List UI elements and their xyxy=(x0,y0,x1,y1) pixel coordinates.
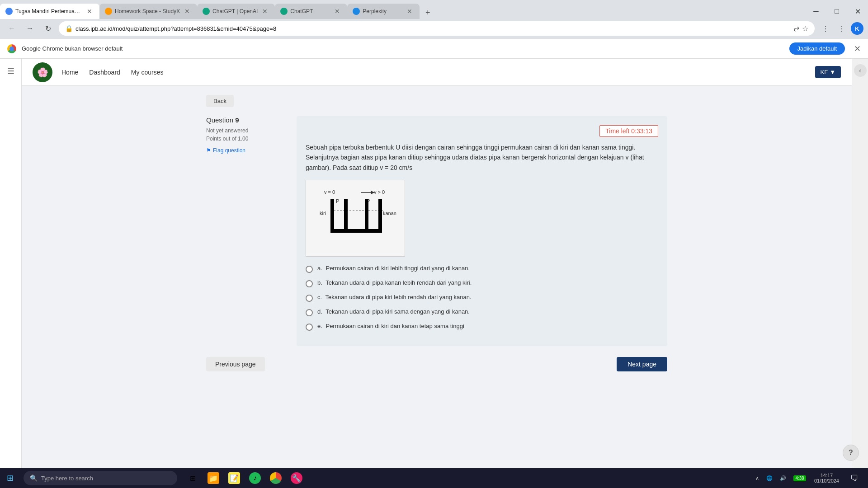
taskbar-chevron-up[interactable]: ∧ xyxy=(753,474,762,482)
help-button[interactable]: ? xyxy=(843,445,859,461)
kiri-label: kiri xyxy=(320,211,326,216)
tab-close-1[interactable]: ✕ xyxy=(85,7,94,16)
tab-2[interactable]: Homework Space - StudyX ✕ xyxy=(99,4,197,19)
task-view-icon: ⊞ xyxy=(187,472,198,484)
option-d: d. Tekanan udara di pipa kiri sama denga… xyxy=(306,308,658,316)
option-a-label: a. Permukaan cairan di kiri lebih tinggi… xyxy=(317,265,470,272)
option-e: e. Permukaan cairan di kiri dan kanan te… xyxy=(306,323,658,331)
flag-icon: ⚑ xyxy=(206,147,211,154)
notepad-icon: 📝 xyxy=(228,472,240,484)
answer-options: a. Permukaan cairan di kiri lebih tinggi… xyxy=(306,265,658,331)
lms-header-right: KF ▼ xyxy=(815,66,841,78)
lms-profile-button[interactable]: KF ▼ xyxy=(815,66,841,78)
file-explorer-app[interactable]: 📁 xyxy=(203,468,223,488)
option-e-label: e. Permukaan cairan di kiri dan kanan te… xyxy=(317,323,464,329)
flag-question-link[interactable]: ⚑ Flag question xyxy=(206,147,288,154)
taskbar-volume-icon[interactable]: 🔊 xyxy=(777,474,789,482)
radio-d[interactable] xyxy=(306,309,313,316)
maximize-button[interactable]: □ xyxy=(826,4,847,19)
tab-4[interactable]: ChatGPT ✕ xyxy=(275,4,347,19)
tab-5[interactable]: Perplexity ✕ xyxy=(347,4,420,19)
tab-favicon-4 xyxy=(280,8,288,15)
quiz-layout: Question 9 Not yet answered Points out o… xyxy=(206,116,667,346)
spotify-app[interactable]: ♪ xyxy=(245,468,265,488)
address-bar-row: ← → ↻ 🔒 class.ipb.ac.id/mod/quiz/attempt… xyxy=(0,19,868,39)
kanan-label: kanan xyxy=(383,211,396,216)
tab-1[interactable]: Tugas Mandiri Pertemuan 6 - G... ✕ xyxy=(0,4,99,19)
chrome-app[interactable] xyxy=(266,468,286,488)
option-c-label: c. Tekanan udara di pipa kiri lebih rend… xyxy=(317,294,472,300)
left-pipe-outer xyxy=(330,199,334,231)
reload-button[interactable]: ↻ xyxy=(41,21,55,36)
extensions-button[interactable]: ⋮ xyxy=(818,21,833,36)
tab-label-1: Tugas Mandiri Pertemuan 6 - G... xyxy=(15,8,82,14)
question-text: Sebuah pipa terbuka berbentuk U diisi de… xyxy=(306,142,658,173)
previous-page-button[interactable]: Previous page xyxy=(206,357,265,371)
option-b: b. Tekanan udara di pipa kanan lebih ren… xyxy=(306,279,658,287)
radio-e[interactable] xyxy=(306,324,313,331)
main-content: 🌸 Home Dashboard My courses KF ▼ Back xyxy=(22,59,852,488)
chrome-icon xyxy=(270,472,282,484)
jadikan-default-button[interactable]: Jadikan default xyxy=(789,42,845,55)
tab-close-3[interactable]: ✕ xyxy=(260,7,269,16)
radio-a[interactable] xyxy=(306,266,313,273)
lms-logo: 🌸 xyxy=(33,62,52,82)
tab-3[interactable]: ChatGPT | OpenAI ✕ xyxy=(197,4,275,19)
nav-my-courses[interactable]: My courses xyxy=(131,69,164,76)
tab-label-5: Perplexity xyxy=(363,8,402,14)
p-left-label: P xyxy=(336,198,339,204)
notepad-app[interactable]: 📝 xyxy=(224,468,244,488)
forward-nav-button[interactable]: → xyxy=(23,21,37,36)
sidebar-menu-icon[interactable]: ☰ xyxy=(4,64,18,79)
back-nav-button[interactable]: ← xyxy=(5,21,19,36)
bottom-center xyxy=(344,229,365,233)
window-controls: ─ □ ✕ xyxy=(806,4,868,19)
taskbar-right: ∧ 🌐 🔊 4:39 14:17 01/10/2024 🗨 xyxy=(753,468,868,488)
notification-text: Google Chrome bukan browser default xyxy=(22,45,784,52)
battery-indicator[interactable]: 4:39 xyxy=(791,474,808,482)
next-page-button[interactable]: Next page xyxy=(617,357,667,371)
nav-home[interactable]: Home xyxy=(61,69,78,76)
taskbar: ⊞ 🔍 Type here to search ⊞ 📁 📝 ♪ 🔧 ∧ 🌐 🔊 … xyxy=(0,468,868,488)
tab-close-5[interactable]: ✕ xyxy=(405,7,414,16)
timer-box: Time left 0:33:13 xyxy=(599,125,658,137)
tab-close-2[interactable]: ✕ xyxy=(183,7,192,16)
lock-icon: 🔒 xyxy=(65,25,73,32)
nav-dashboard[interactable]: Dashboard xyxy=(89,69,120,76)
question-points: Points out of 1.00 xyxy=(206,136,288,142)
address-bar-icons: ⇄ ☆ xyxy=(793,24,808,33)
minimize-button[interactable]: ─ xyxy=(806,4,826,19)
taskbar-search-bar[interactable]: 🔍 Type here to search xyxy=(24,471,177,485)
quiz-wrapper: Back Question 9 Not yet answered Points … xyxy=(188,86,685,380)
notification-center-button[interactable]: 🗨 xyxy=(844,468,864,488)
v-right-label: v > 0 xyxy=(374,189,385,195)
dev-tools-icon: 🔧 xyxy=(291,472,302,484)
task-view-button[interactable]: ⊞ xyxy=(183,468,203,488)
right-pipe-inner xyxy=(365,199,368,231)
settings-button[interactable]: ⋮ xyxy=(835,21,849,36)
translate-icon[interactable]: ⇄ xyxy=(793,24,799,33)
taskbar-apps: ⊞ 📁 📝 ♪ 🔧 xyxy=(183,468,307,488)
dev-tools-app[interactable]: 🔧 xyxy=(287,468,307,488)
tab-close-4[interactable]: ✕ xyxy=(333,7,342,16)
taskbar-network-icon[interactable]: 🌐 xyxy=(764,474,775,482)
search-icon: 🔍 xyxy=(30,474,38,482)
start-button[interactable]: ⊞ xyxy=(0,468,20,488)
tab-label-2: Homework Space - StudyX xyxy=(115,8,180,14)
option-b-label: b. Tekanan udara di pipa kanan lebih ren… xyxy=(317,279,472,286)
right-panel: ‹ xyxy=(852,59,868,488)
question-status: Not yet answered xyxy=(206,127,288,134)
radio-c[interactable] xyxy=(306,295,313,302)
right-panel-toggle[interactable]: ‹ xyxy=(854,64,867,77)
tab-favicon-5 xyxy=(353,8,360,15)
address-bar[interactable]: 🔒 class.ipb.ac.id/mod/quiz/attempt.php?a… xyxy=(59,21,815,36)
new-tab-button[interactable]: + xyxy=(421,6,434,19)
bookmark-icon[interactable]: ☆ xyxy=(802,24,808,33)
search-placeholder-text: Type here to search xyxy=(41,475,93,482)
tab-favicon-1 xyxy=(5,8,13,15)
close-button[interactable]: ✕ xyxy=(847,4,868,19)
back-button[interactable]: Back xyxy=(206,95,234,107)
notification-close-icon[interactable]: ✕ xyxy=(854,44,861,54)
profile-button[interactable]: K xyxy=(851,22,863,35)
radio-b[interactable] xyxy=(306,280,313,287)
